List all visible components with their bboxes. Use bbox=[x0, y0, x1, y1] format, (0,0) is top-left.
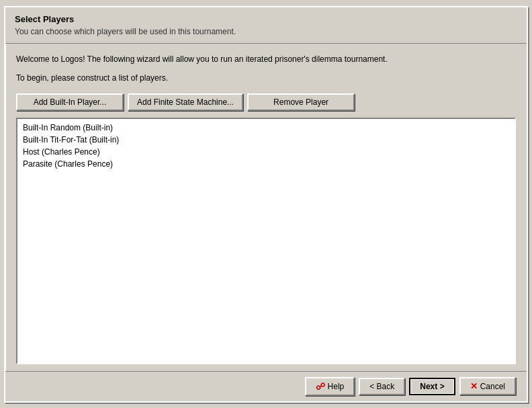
list-item[interactable]: Host (Charles Pence) bbox=[19, 146, 513, 158]
action-buttons: Add Built-In Player... Add Finite State … bbox=[16, 93, 516, 111]
list-item[interactable]: Built-In Random (Built-in) bbox=[19, 122, 513, 134]
dialog-header: Select Players You can choose which play… bbox=[5, 7, 527, 44]
welcome-text: Welcome to Logos! The following wizard w… bbox=[16, 53, 516, 65]
back-label: < Back bbox=[369, 382, 394, 391]
help-icon: ☍ bbox=[316, 381, 325, 392]
begin-text: To begin, please construct a list of pla… bbox=[16, 72, 516, 84]
dialog-footer: ☍ Help < Back Next > ✕ Cancel bbox=[5, 371, 527, 401]
help-button[interactable]: ☍ Help bbox=[305, 377, 355, 396]
dialog-title: Select Players bbox=[15, 14, 517, 24]
list-item[interactable]: Parasite (Charles Pence) bbox=[19, 158, 513, 170]
remove-player-button[interactable]: Remove Player bbox=[247, 93, 355, 111]
add-builtin-button[interactable]: Add Built-In Player... bbox=[16, 93, 124, 111]
list-item[interactable]: Built-In Tit-For-Tat (Built-in) bbox=[19, 134, 513, 146]
next-button[interactable]: Next > bbox=[409, 378, 455, 395]
dialog-subtitle: You can choose which players will be use… bbox=[15, 27, 517, 36]
dialog-content: Welcome to Logos! The following wizard w… bbox=[5, 44, 527, 371]
cancel-icon: ✕ bbox=[470, 381, 478, 391]
back-button[interactable]: < Back bbox=[359, 378, 405, 395]
cancel-button[interactable]: ✕ Cancel bbox=[459, 377, 516, 395]
player-list-container: Built-In Random (Built-in)Built-In Tit-F… bbox=[16, 118, 516, 364]
cancel-label: Cancel bbox=[480, 382, 505, 391]
help-label: Help bbox=[328, 382, 345, 391]
next-label: Next > bbox=[420, 382, 444, 391]
add-fsm-button[interactable]: Add Finite State Machine... bbox=[128, 93, 243, 111]
player-list[interactable]: Built-In Random (Built-in)Built-In Tit-F… bbox=[17, 119, 515, 363]
select-players-dialog: Select Players You can choose which play… bbox=[4, 6, 528, 403]
